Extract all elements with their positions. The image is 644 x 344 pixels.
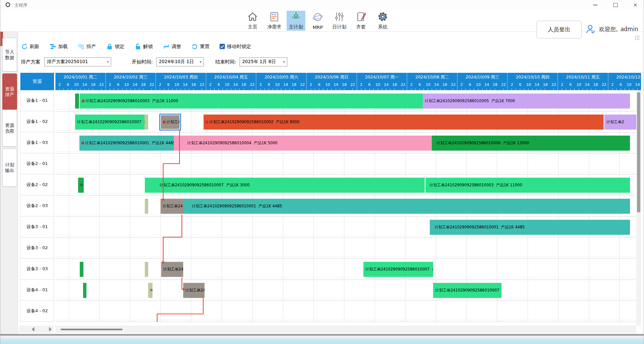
resource-row-label: 设备2 - 01 xyxy=(21,153,54,174)
day-header-cell: 2024/10/11 周五 xyxy=(558,73,608,82)
gantt-bar-label: W xyxy=(80,184,83,187)
grid-hline xyxy=(55,111,636,112)
gantt-bar[interactable]: 计划工单24102909092586010001 产品1K 4485 xyxy=(183,199,630,214)
gantt-bar[interactable] xyxy=(80,262,83,277)
hour-tick-label: 18 xyxy=(493,82,498,87)
resize-grip-icon[interactable] xyxy=(635,35,640,40)
gantt-bar[interactable]: 计划工单241 xyxy=(160,199,183,214)
gantt-bar[interactable]: 计划工单24102909092586010002 产品1K 9000 xyxy=(204,115,604,130)
gantt-bar[interactable]: 计划工单24102909092586010004 产品1K 5000 xyxy=(174,136,432,151)
gantt-bar-label: W xyxy=(150,289,152,292)
hour-tick-label: 22 xyxy=(551,82,556,87)
toolbar-button-锁定[interactable]: 锁定 xyxy=(106,43,124,50)
gantt-bar[interactable] xyxy=(75,94,79,109)
gantt-bar[interactable] xyxy=(145,199,148,214)
gantt-bar-label: 计划工单24102909092586010003 产品1K 11000 xyxy=(85,99,178,104)
hour-tick-label: 10 xyxy=(426,82,430,87)
gantt-bar[interactable]: 计划工单241 xyxy=(183,283,205,298)
sidebar-tab-资源排产[interactable]: 资源 排产 xyxy=(2,73,17,110)
gantt-bar[interactable]: 计划工单24102909092586010003 产品1K 11000 xyxy=(80,94,423,109)
hour-tick-label: 6 xyxy=(469,82,471,87)
vertical-scrollbar[interactable] xyxy=(636,90,641,326)
sidebar-tab-label: 资源 排产 xyxy=(5,86,14,98)
start-time-select[interactable]: 2024年10月 1日 ▾ xyxy=(156,57,204,66)
scroll-left-icon[interactable] xyxy=(32,327,34,332)
hour-tick-label: 18 xyxy=(392,82,397,87)
nav-item-主计划[interactable]: 主计划 xyxy=(287,11,305,31)
app-icon xyxy=(5,2,11,8)
gantt-bar[interactable]: 计划工单24102909092586010001 产品1K 4485 xyxy=(79,136,174,151)
toolbar-button-刷新[interactable]: 刷新 xyxy=(21,43,39,50)
hour-tick-label: 14 xyxy=(283,82,288,87)
hour-tick-label: 14 xyxy=(585,82,590,87)
nav-item-净需求[interactable]: 净需求 xyxy=(265,11,284,31)
gantt-bar[interactable]: 计划工单24102909092586010005 产品1K 7000 xyxy=(423,94,630,109)
gantt-bar[interactable]: 计划工单2 xyxy=(604,115,636,130)
hour-tick-label: 14 xyxy=(434,82,439,87)
resource-row-label: 设备3 - 02 xyxy=(21,237,54,259)
hour-tick-label: 18 xyxy=(191,82,196,87)
gantt-bar[interactable] xyxy=(144,115,148,130)
horizontal-scrollbar[interactable] xyxy=(55,326,636,333)
toolbar-button-加载[interactable]: 加载 xyxy=(49,43,68,50)
hour-tick-label: 6 xyxy=(167,82,170,87)
grid-hline-light xyxy=(55,173,636,173)
hour-tick-label: 2 xyxy=(511,82,513,87)
close-button[interactable]: × xyxy=(628,0,643,10)
toolbar-button-解锁[interactable]: 解锁 xyxy=(134,43,153,50)
nav-item-MRP[interactable]: MRP xyxy=(308,11,327,31)
toolbar-button-调整[interactable]: 调整 xyxy=(163,43,181,50)
sidebar-tab-导入数据[interactable]: 导入 数据 xyxy=(2,38,17,71)
gantt-bar[interactable]: W xyxy=(78,178,84,193)
end-time-select[interactable]: 2025年 1月 8日 ▾ xyxy=(240,57,287,66)
gantt-bar[interactable]: 计划工单24102909092586010003 产品1K 11000 xyxy=(425,178,630,193)
gantt-bar[interactable]: 计划工单24102909092586010007 产品1K 3000 xyxy=(75,115,144,130)
nav-item-齐套[interactable]: 齐套 xyxy=(352,11,370,31)
hour-tick-label: 22 xyxy=(501,82,506,87)
horizontal-scrollbar-thumb[interactable] xyxy=(61,329,122,330)
checkbox-checked-icon[interactable] xyxy=(220,44,225,49)
nav-item-日计划[interactable]: 日计划 xyxy=(330,11,349,31)
hour-tick-label: 2 xyxy=(561,82,563,87)
grid-hline-light xyxy=(55,131,636,131)
gantt-bar-selected[interactable]: 计划工单2 xyxy=(160,115,180,130)
vertical-scrollbar-thumb[interactable] xyxy=(637,92,640,212)
nav-item-主页[interactable]: 主页 xyxy=(243,11,262,31)
gantt-bar[interactable]: 计划工单24102909092586010006 产品1K 13000 xyxy=(432,136,630,151)
move-lock-checkbox-row[interactable]: 移动时锁定 xyxy=(220,43,251,50)
grid-hline-light xyxy=(55,152,636,152)
toolbar-button-label: 排产 xyxy=(86,43,96,50)
hour-tick-label: 22 xyxy=(401,82,405,87)
hour-tick-label: 10 xyxy=(175,82,179,87)
hour-tick-cell: 2610141822 xyxy=(407,82,457,90)
nav-item-系统[interactable]: 系统 xyxy=(373,11,392,31)
minimize-button[interactable] xyxy=(588,0,603,10)
end-time-value: 2025年 1月 8日 xyxy=(242,59,276,65)
resource-row-label: 设备2 - 02 xyxy=(21,174,54,195)
gantt-bar-label: 计划工单241 xyxy=(163,267,183,272)
day-header-cell: 2024/10/12 周六 xyxy=(608,73,641,82)
resource-row-label: 设备2 - 03 xyxy=(21,195,54,216)
hour-tick-label: 2 xyxy=(410,82,412,87)
gantt-bar-label: 计划工单24102909092586010001 产品1K 4485 xyxy=(434,225,525,230)
maximize-button[interactable] xyxy=(608,0,623,10)
gantt-bar[interactable] xyxy=(145,262,148,277)
plan-select[interactable]: 排产方案20250101 ▾ xyxy=(44,57,111,66)
scroll-right-icon[interactable] xyxy=(49,327,52,332)
toolbar-button-排产[interactable]: 排产 xyxy=(78,43,96,50)
sidebar-tab-资源负荷[interactable]: 资源 负荷 xyxy=(2,110,17,147)
gantt-bar[interactable]: 计划工单24102909092586010007 产品1K 3000 xyxy=(145,178,425,193)
logout-button[interactable]: 人员登出 xyxy=(537,21,582,38)
gantt-bar[interactable]: 计划工单24102909092586010007 产品1K 3000 xyxy=(363,262,433,277)
gantt-bar[interactable]: 计划工单24102909092586010001 产品1K 4485 xyxy=(430,220,630,235)
grid-hline xyxy=(55,259,636,259)
resource-scrollbar[interactable] xyxy=(19,326,54,333)
gantt-bar[interactable] xyxy=(83,283,86,298)
gantt-bar[interactable]: 计划工单24102909092586010007 产品1K 3000 xyxy=(433,283,502,298)
resource-row-label: 设备3 - 01 xyxy=(21,216,54,237)
gantt-bar[interactable]: 计划工单241 xyxy=(161,262,183,277)
gantt-bar[interactable]: W xyxy=(148,283,152,298)
sidebar-tab-计划输出[interactable]: 计划 输出 xyxy=(2,149,17,187)
hour-tick-label: 22 xyxy=(99,82,104,87)
toolbar-button-重置[interactable]: 重置 xyxy=(191,43,210,50)
